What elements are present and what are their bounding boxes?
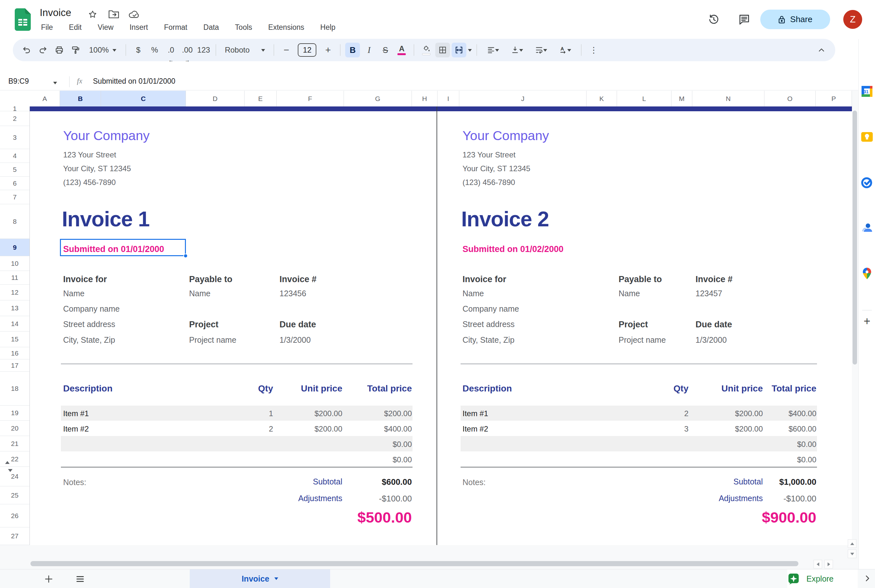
column-header-H[interactable]: H bbox=[412, 91, 438, 106]
row-header-26[interactable]: 26 bbox=[0, 504, 30, 527]
row-header-3[interactable]: 3 bbox=[0, 126, 30, 149]
format-currency-button[interactable]: $ bbox=[131, 43, 145, 57]
print-button[interactable] bbox=[52, 43, 67, 57]
company-street[interactable]: 123 Your Street bbox=[463, 150, 515, 159]
column-header-P[interactable]: P bbox=[816, 91, 852, 106]
bold-button[interactable]: B bbox=[345, 43, 360, 57]
submitted-date[interactable]: Submitted on 01/02/2000 bbox=[463, 244, 563, 254]
explore-button[interactable]: Explore bbox=[787, 569, 858, 588]
menu-help[interactable]: Help bbox=[318, 22, 338, 33]
text-wrap-button[interactable] bbox=[530, 43, 552, 57]
payable-to-label[interactable]: Payable to bbox=[619, 274, 662, 284]
text-color-button[interactable]: A bbox=[394, 43, 409, 57]
project-name[interactable]: Project name bbox=[619, 335, 666, 345]
italic-button[interactable]: I bbox=[361, 43, 376, 57]
menu-edit[interactable]: Edit bbox=[66, 22, 84, 33]
company-name[interactable]: Your Company bbox=[463, 128, 549, 143]
company-phone[interactable]: (123) 456-7890 bbox=[63, 178, 116, 187]
row-header-20[interactable]: 20 bbox=[0, 421, 30, 436]
project-name[interactable]: Project name bbox=[189, 335, 236, 345]
notes-label[interactable]: Notes: bbox=[463, 478, 485, 487]
document-title[interactable]: Invoice bbox=[40, 7, 71, 19]
name-box[interactable]: B9:C9 bbox=[8, 77, 29, 86]
due-date[interactable]: 1/3/2000 bbox=[280, 335, 310, 345]
item-desc[interactable]: Item #1 bbox=[463, 409, 488, 418]
row-header-4[interactable]: 4 bbox=[0, 149, 30, 163]
bill-company[interactable]: Company name bbox=[63, 304, 120, 314]
font-size-input[interactable]: 12 bbox=[298, 43, 316, 57]
more-toolbar-button[interactable]: ⋮ bbox=[586, 43, 601, 57]
item-total[interactable]: $0.00 bbox=[303, 440, 412, 449]
row-header-2[interactable]: 2 bbox=[0, 111, 30, 126]
redo-button[interactable] bbox=[36, 43, 50, 57]
row-header-13[interactable]: 13 bbox=[0, 300, 30, 316]
company-city[interactable]: Your City, ST 12345 bbox=[463, 164, 530, 173]
hidden-row-expand-down-button[interactable] bbox=[8, 469, 12, 472]
tasks-icon[interactable] bbox=[860, 176, 874, 189]
undo-button[interactable] bbox=[19, 43, 34, 57]
notes-label[interactable]: Notes: bbox=[63, 478, 86, 487]
row-header-15[interactable]: 15 bbox=[0, 332, 30, 347]
comments-icon[interactable] bbox=[738, 14, 750, 26]
row-header-10[interactable]: 10 bbox=[0, 256, 30, 271]
subtotal-value[interactable]: $600.00 bbox=[303, 477, 412, 487]
collapse-toolbar-button[interactable] bbox=[814, 43, 829, 57]
invoice-for-label[interactable]: Invoice for bbox=[463, 274, 506, 284]
column-header-F[interactable]: F bbox=[277, 91, 344, 106]
due-date-label[interactable]: Due date bbox=[695, 320, 732, 330]
row-header-9[interactable]: 9 bbox=[0, 239, 30, 256]
horizontal-align-button[interactable] bbox=[482, 43, 504, 57]
sheet-tab-invoice[interactable]: Invoice bbox=[190, 569, 330, 588]
bill-city[interactable]: City, State, Zip bbox=[63, 335, 115, 345]
menu-tools[interactable]: Tools bbox=[232, 22, 255, 33]
due-date-label[interactable]: Due date bbox=[280, 320, 316, 330]
row-header-24[interactable]: 24 bbox=[0, 467, 30, 486]
row-header-27[interactable]: 27 bbox=[0, 527, 30, 545]
move-to-folder-icon[interactable] bbox=[108, 10, 119, 19]
item-total[interactable]: $0.00 bbox=[707, 440, 817, 449]
item-desc[interactable]: Item #1 bbox=[63, 409, 89, 418]
borders-button[interactable] bbox=[435, 43, 450, 57]
vertical-scrollbar[interactable] bbox=[853, 111, 857, 364]
row-header-12[interactable]: 12 bbox=[0, 285, 30, 300]
keep-icon[interactable] bbox=[860, 130, 874, 144]
star-icon[interactable] bbox=[88, 10, 97, 19]
number-format-button[interactable]: 123 bbox=[196, 43, 211, 57]
col-description[interactable]: Description bbox=[463, 384, 512, 394]
col-total-price[interactable]: Total price bbox=[303, 384, 412, 394]
col-total-price[interactable]: Total price bbox=[707, 384, 817, 394]
invoice-number[interactable]: 123456 bbox=[280, 289, 306, 298]
scroll-right-button[interactable] bbox=[824, 560, 833, 568]
invoice-for-label[interactable]: Invoice for bbox=[63, 274, 107, 284]
menu-extensions[interactable]: Extensions bbox=[266, 22, 307, 33]
row-header-5[interactable]: 5 bbox=[0, 163, 30, 177]
share-button[interactable]: Share bbox=[760, 10, 830, 29]
maps-icon[interactable] bbox=[860, 266, 874, 280]
menu-file[interactable]: File bbox=[39, 22, 55, 33]
company-phone[interactable]: (123) 456-7890 bbox=[463, 178, 515, 187]
row-header-17[interactable]: 17 bbox=[0, 359, 30, 372]
cloud-saved-icon[interactable] bbox=[128, 10, 141, 19]
all-sheets-menu-button[interactable] bbox=[73, 572, 87, 586]
get-addons-button[interactable]: + bbox=[861, 315, 873, 327]
company-street[interactable]: 123 Your Street bbox=[63, 150, 116, 159]
font-select[interactable]: Roboto bbox=[221, 43, 269, 57]
col-description[interactable]: Description bbox=[63, 384, 112, 394]
row-header-14[interactable]: 14 bbox=[0, 316, 30, 332]
bill-name[interactable]: Name bbox=[63, 289, 85, 298]
scroll-down-button[interactable] bbox=[848, 549, 856, 558]
text-rotation-button[interactable]: A bbox=[554, 43, 576, 57]
row-header-1[interactable]: 1 bbox=[0, 106, 30, 111]
adjustments-value[interactable]: -$100.00 bbox=[303, 494, 412, 504]
scroll-up-button[interactable] bbox=[848, 539, 856, 548]
item-desc[interactable]: Item #2 bbox=[463, 424, 488, 434]
payable-to-label[interactable]: Payable to bbox=[189, 274, 232, 284]
subtotal-value[interactable]: $1,000.00 bbox=[707, 477, 817, 487]
scroll-left-button[interactable] bbox=[814, 560, 822, 568]
bill-company[interactable]: Company name bbox=[463, 304, 519, 314]
name-box-caret[interactable] bbox=[53, 82, 57, 86]
column-header-D[interactable]: D bbox=[186, 91, 244, 106]
menu-view[interactable]: View bbox=[95, 22, 116, 33]
bill-city[interactable]: City, State, Zip bbox=[463, 335, 514, 345]
merge-cells-button[interactable] bbox=[452, 43, 466, 57]
